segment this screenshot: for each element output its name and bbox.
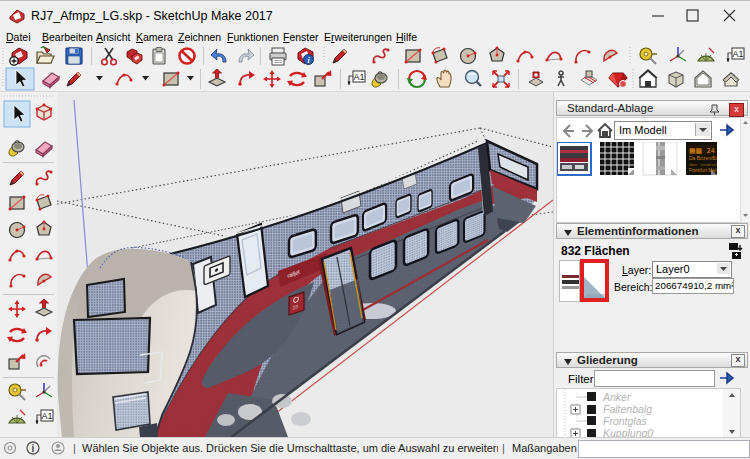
svg-text:Anker: Anker (602, 391, 631, 403)
svg-text:Frontglas: Frontglas (603, 415, 648, 427)
svg-text:▦▩ 24: ▦▩ 24 (689, 147, 715, 155)
svg-text:Da Bozen/Bolzano: Da Bozen/Bolzano (689, 155, 717, 161)
svg-text:über · Innsbruck · Kufstein: über · Innsbruck · Kufstein (689, 162, 717, 167)
svg-text:i: i (32, 443, 35, 454)
svg-text:Faltenbalg: Faltenbalg (603, 403, 652, 415)
